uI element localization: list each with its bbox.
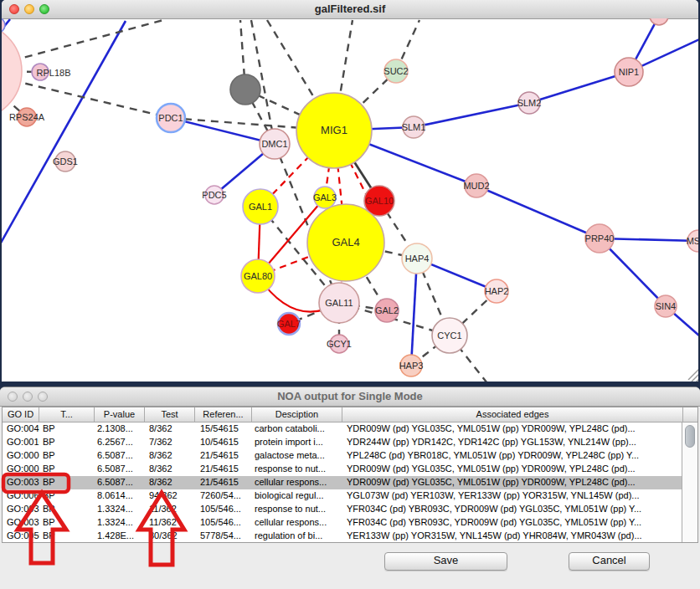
go-results-table: GO IDT...P-valueTestReferen...Desciption…: [2, 407, 698, 543]
table-cell: 15/54615: [195, 423, 252, 436]
table-cell: BP: [39, 423, 95, 436]
node-label: GDS1: [53, 156, 78, 166]
node-pink_frag2[interactable]: [2, 18, 5, 33]
node-label: SUC2: [383, 66, 408, 76]
table-cell: 94/362: [145, 489, 195, 503]
table-row[interactable]: GO:0006...BP6.5087...8/36221/54615galact…: [3, 449, 682, 463]
node-gray1[interactable]: [230, 74, 260, 105]
node-label: PRP40: [585, 233, 615, 243]
table-cell: 6.5087...: [95, 463, 145, 476]
resize-grip-icon[interactable]: [688, 368, 698, 380]
node-label: GAL7: [277, 319, 301, 329]
table-row[interactable]: GO:0031...BP1.3324...11/362105/546...cel…: [3, 516, 682, 530]
node-label: GAL11: [325, 298, 353, 308]
node-label: RPL18B: [37, 68, 71, 78]
table-cell: response to nut...: [252, 463, 342, 476]
table-cell: 2.1308...: [95, 423, 145, 436]
edge-blue: [2, 21, 126, 244]
node-label: MUD2: [463, 181, 489, 191]
table-cell: cellular respons...: [252, 476, 342, 489]
table-cell: BP: [39, 516, 95, 530]
node-label: DMC1: [261, 139, 287, 149]
node-label: GAL4: [332, 236, 359, 248]
table-cell: biological regul...: [252, 489, 342, 503]
table-cell: 6.2567...: [95, 436, 145, 449]
node-label: SIN4: [656, 301, 676, 311]
table-cell: response to nut...: [252, 503, 342, 516]
table-cell: BP: [39, 436, 95, 449]
network-canvas[interactable]: RPL18BRPS24AGDS1PDC1DMC1MIG1SUC2SLM1SLM2…: [2, 18, 698, 382]
scrollbar-thumb[interactable]: [685, 425, 695, 448]
edge-blue: [476, 186, 600, 238]
column-header-test[interactable]: Test: [145, 407, 195, 423]
table-cell: YFR034C (pd) YBR093C, YDR009W (pd) YGL03…: [342, 516, 682, 530]
node-label: GCY1: [327, 339, 352, 349]
table-cell: GO:0016...: [3, 436, 39, 449]
table-cell: 21/54615: [195, 449, 252, 463]
edge-blue: [411, 259, 417, 366]
column-header-filler: [683, 407, 699, 423]
node-label: NIP1: [619, 67, 639, 77]
edge-dash: [2, 20, 163, 71]
table-row[interactable]: GO:0007...BP6.5087...8/36221/54615respon…: [3, 463, 682, 476]
column-header-t[interactable]: T...: [39, 407, 95, 423]
noa-titlebar[interactable]: NOA output for Single Mode: [0, 387, 700, 407]
node-label: PDC1: [158, 113, 183, 123]
node-label: PDC5: [202, 190, 226, 200]
column-header-desciption[interactable]: Desciption: [252, 407, 342, 423]
table-cell: GO:0006...: [3, 449, 39, 463]
column-header-associated-edges[interactable]: Associated edges: [342, 407, 683, 423]
table-cell: GO:0065...: [3, 489, 39, 503]
table-cell: GO:0050...: [3, 530, 39, 542]
network-window: galFiltered.sif RPL18BRPS24AGDS1PDC1DMC1…: [2, 0, 698, 382]
table-cell: 7/362: [145, 436, 195, 449]
table-cell: BP: [39, 463, 95, 476]
save-button[interactable]: Save: [384, 552, 507, 571]
table-cell: 8/362: [145, 449, 195, 463]
table-row[interactable]: GO:0045...BP2.1308...8/36215/54615carbon…: [3, 423, 682, 436]
table-cell: 1.428E...: [95, 530, 145, 542]
table-cell: 6.5087...: [95, 449, 145, 463]
cancel-button[interactable]: Cancel: [569, 552, 650, 571]
resize-grip-icon[interactable]: [695, 378, 698, 382]
node-label: CYC1: [437, 330, 461, 341]
table-cell: GO:0007...: [3, 463, 39, 476]
table-cell: BP: [39, 530, 95, 542]
table-cell: 6.5087...: [95, 476, 145, 489]
table-row[interactable]: GO:0016...BP6.2567...7/36210/54615protei…: [3, 436, 682, 449]
table-cell: YDR009W (pd) YGL035C, YML051W (pp) YDR00…: [342, 423, 682, 436]
table-cell: 21/54615: [195, 463, 252, 476]
edge-blue: [529, 72, 629, 103]
table-cell: 7260/54...: [195, 489, 252, 503]
table-cell: YER133W (pp) YOR315W, YNL145W (pd) YHR08…: [342, 530, 682, 542]
column-header-referen[interactable]: Referen...: [195, 407, 252, 423]
table-cell: 105/546...: [195, 503, 252, 516]
node-pink_frag[interactable]: [650, 18, 668, 25]
table-cell: 11/362: [145, 503, 195, 516]
table-row[interactable]: GO:0031...BP6.5087...8/36221/54615cellul…: [3, 476, 682, 489]
table-cell: carbon cataboli...: [252, 423, 342, 436]
noa-window: NOA output for Single Mode GO IDT...P-va…: [0, 387, 700, 589]
table-cell: BP: [39, 503, 95, 516]
column-header-go-id[interactable]: GO ID: [3, 407, 39, 423]
node-label: GAL3: [313, 192, 337, 202]
column-header-p-value[interactable]: P-value: [95, 407, 145, 423]
table-row[interactable]: GO:0050...BP1.428E...80/3625778/54...reg…: [3, 530, 682, 542]
table-row[interactable]: GO:0031...BP1.3324...11/362105/546...res…: [3, 503, 682, 516]
node-label: GAL2: [375, 305, 399, 315]
node-bigpink[interactable]: [2, 23, 22, 120]
table-cell: 21/54615: [195, 476, 252, 489]
table-cell: cellular respons...: [252, 516, 342, 530]
table-cell: GO:0031...: [3, 476, 39, 489]
table-cell: BP: [39, 449, 95, 463]
network-titlebar[interactable]: galFiltered.sif: [2, 0, 698, 19]
node-label: RPS24A: [9, 112, 45, 122]
node-label: GAL80: [244, 271, 272, 281]
table-cell: protein import i...: [252, 436, 342, 449]
table-cell: 5778/54...: [195, 530, 252, 542]
vertical-scrollbar[interactable]: [682, 423, 697, 542]
table-row[interactable]: GO:0065...BP8.0614...94/3627260/54...bio…: [3, 489, 682, 503]
network-window-title: galFiltered.sif: [2, 3, 698, 15]
table-cell: 1.3324...: [95, 516, 145, 530]
node-label: MSL1: [687, 236, 698, 246]
